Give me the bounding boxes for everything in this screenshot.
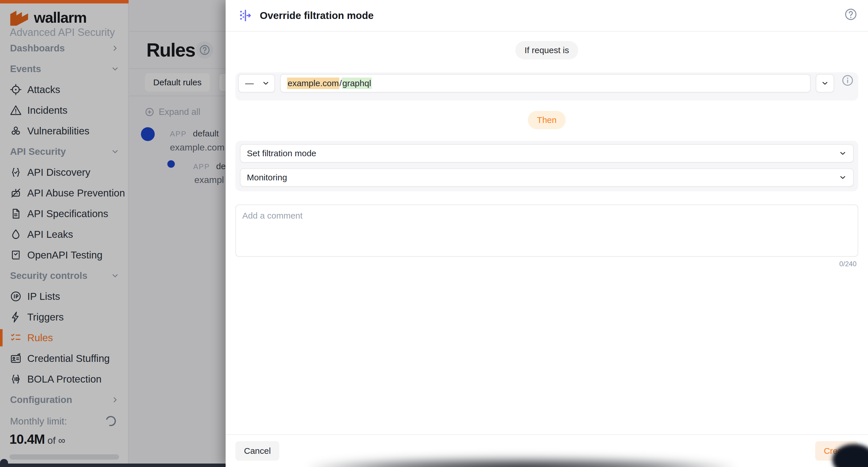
chevron-down-icon [821, 79, 829, 87]
uri-path-token: graphql [342, 78, 372, 89]
condition-row: — example.com/graphql [236, 72, 858, 100]
override-filtration-modal: Override filtration mode If request is —… [226, 0, 868, 467]
filtration-mode-select[interactable]: Monitoring [240, 168, 854, 187]
action-section: Set filtration mode Monitoring [236, 141, 858, 191]
uri-input[interactable]: example.com/graphql [280, 74, 811, 92]
chevron-down-icon [839, 149, 847, 157]
uri-host-token: example.com [287, 78, 339, 89]
modal-header: Override filtration mode [226, 0, 868, 32]
condition-info-button[interactable] [841, 74, 854, 87]
if-request-is-pill: If request is [515, 41, 578, 59]
action-type-select[interactable]: Set filtration mode [240, 144, 854, 163]
uri-slash: / [339, 79, 342, 88]
comment-textarea[interactable] [236, 204, 858, 257]
chevron-down-icon [839, 173, 847, 181]
uri-expand-button[interactable] [816, 74, 834, 92]
app-root: wallarm Advanced API Security Dashboards… [0, 0, 868, 467]
filter-flow-icon [238, 8, 252, 23]
modal-title: Override filtration mode [260, 10, 374, 21]
condition-operator-select[interactable]: — [238, 74, 275, 92]
then-pill: Then [528, 111, 566, 129]
info-icon [841, 74, 854, 87]
help-circle-icon[interactable] [844, 7, 858, 21]
char-counter: 0/240 [839, 260, 857, 268]
modal-overlay[interactable] [0, 0, 226, 467]
chevron-down-icon [262, 79, 270, 87]
cancel-button[interactable]: Cancel [236, 441, 279, 461]
